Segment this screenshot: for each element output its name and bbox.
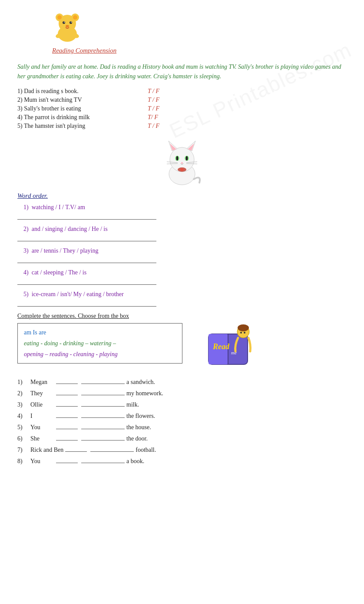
hamster-illustration [52,9,83,45]
word-item-3: 3) are / tennis / They / playing [17,247,347,263]
s7-blank1 [65,451,87,452]
box-row3: opening – reading - cleaning - playing [24,349,176,360]
svg-point-9 [71,22,72,23]
answer-line-4 [17,278,156,285]
q5-text: 5) The hamster isn't playing [17,123,139,130]
s1-blank1 [56,384,78,384]
svg-point-10 [66,25,69,27]
q1-text: 1) Dad is reading s book. [17,88,139,95]
header-section: Reading Comprehension [17,9,347,58]
scrambled-4: 4) cat / sleeping / The / is [17,269,86,276]
s6-blank1 [56,440,78,440]
svg-point-37 [240,332,242,334]
s7-blank2 [90,451,134,452]
svg-point-5 [73,15,77,20]
s1-name: Megan [30,379,54,386]
word-box: am Is are eating - doing - drinking – wa… [17,323,182,364]
s5-blank2 [81,429,125,429]
svg-point-7 [69,21,72,24]
s2-name: They [30,390,54,397]
complete-title: Complete the sentences. Choose from the … [17,313,347,320]
s4-blank2 [81,417,125,418]
s8-rest: a book. [126,458,144,465]
s1-rest: a sandwich. [126,379,155,386]
s8-blank1 [56,463,78,463]
s4-name: I [30,413,54,420]
svg-point-29 [181,168,183,171]
s2-rest: my homework. [126,390,163,397]
s6-rest: the door. [126,435,148,442]
read-me-illustration: Read me [200,323,256,373]
s2-blank1 [56,395,78,395]
answer-line-1 [17,213,156,220]
sentence-item-8: 8) You a book. [17,458,347,465]
scrambled-5: 5) ice-cream / isn't/ My / eating / brot… [17,291,124,297]
word-item-4: 4) cat / sleeping / The / is [17,269,347,285]
s1-blank2 [81,384,125,384]
s3-rest: milk. [126,401,139,408]
s8-num: 8) [17,458,30,465]
answer-line-5 [17,300,156,307]
s4-blank1 [56,417,78,418]
svg-point-4 [57,15,62,20]
comp-q-5: 5) The hamster isn't playing T / F [17,123,347,130]
s4-num: 4) [17,413,30,420]
scrambled-1: 1) watching / I / T.V/ am [17,204,85,210]
word-item-2: 2) and / singing / dancing / He / is [17,226,347,241]
q5-tf: T / F [148,123,159,130]
svg-point-8 [64,22,65,23]
s8-name: You [30,458,54,465]
sentences-section: 1) Megan a sandwich. 2) They my homework… [17,379,347,465]
q4-tf: T/ F [148,114,158,121]
page-title: Reading Comprehension [52,47,116,54]
s2-blank2 [81,395,125,395]
comp-q-4: 4) The parrot is drinking milk T/ F [17,114,347,121]
comp-q-3: 3) Sally's brother is eating T / F [17,105,347,112]
reading-text: Sally and her family are at home. Dad is… [17,62,347,82]
comp-q-2: 2) Mum isn't watching TV T / F [17,97,347,103]
s1-num: 1) [17,379,30,386]
s3-blank1 [56,406,78,407]
s6-blank2 [81,440,125,440]
scrambled-3: 3) are / tennis / They / playing [17,247,98,254]
s5-num: 5) [17,424,30,431]
word-item-1: 1) watching / I / T.V/ am [17,204,347,220]
s6-num: 6) [17,435,30,442]
svg-point-38 [244,332,245,334]
s7-name: Rick and Ben [30,447,63,454]
s4-rest: the flowers. [126,413,155,420]
s5-name: You [30,424,54,431]
s5-rest: the house. [126,424,151,431]
sentence-item-3: 3) Ollie milk. [17,401,347,408]
box-wrapper: am Is are eating - doing - drinking – wa… [17,323,347,373]
q1-tf: T / F [148,88,159,95]
cat-illustration [17,136,347,188]
q2-tf: T / F [148,97,159,103]
s7-rest: football. [136,447,156,454]
word-order-section: Word order. 1) watching / I / T.V/ am 2)… [17,192,347,307]
sentence-item-6: 6) She the door. [17,435,347,442]
s3-num: 3) [17,401,30,408]
comp-q-1: 1) Dad is reading s book. T / F [17,88,347,95]
sentence-item-1: 1) Megan a sandwich. [17,379,347,386]
s2-num: 2) [17,390,30,397]
svg-text:Read: Read [212,342,230,351]
answer-line-3 [17,256,156,263]
comprehension-questions: 1) Dad is reading s book. T / F 2) Mum i… [17,88,347,130]
sentence-item-4: 4) I the flowers. [17,413,347,420]
box-row1: am Is are [24,327,176,338]
s6-name: She [30,435,54,442]
svg-point-21 [176,156,179,160]
s3-name: Ollie [30,401,54,408]
svg-point-22 [186,156,188,160]
q3-tf: T / F [148,105,159,112]
complete-section: Complete the sentences. Choose from the … [17,313,347,373]
word-item-5: 5) ice-cream / isn't/ My / eating / brot… [17,291,347,307]
s3-blank2 [81,406,125,407]
sentence-item-7: 7) Rick and Ben football. [17,447,347,454]
sentence-item-2: 2) They my homework. [17,390,347,397]
svg-point-6 [63,21,65,24]
s7-num: 7) [17,447,30,454]
q4-text: 4) The parrot is drinking milk [17,114,139,121]
q2-text: 2) Mum isn't watching TV [17,97,139,103]
